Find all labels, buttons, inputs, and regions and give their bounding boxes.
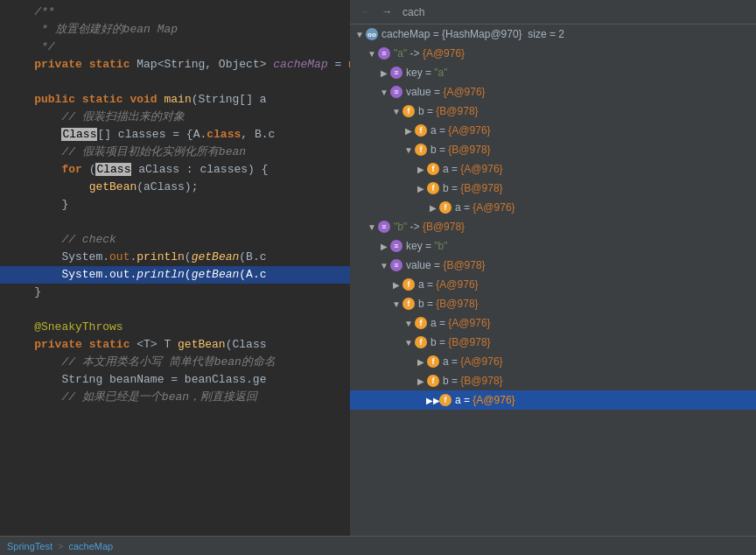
tree-label-a-value: value = {A@976} (406, 86, 486, 98)
code-line-21: // 本文用类名小写 简单代替bean的命名 (0, 354, 350, 371)
tree-arrow-a-b-b[interactable] (402, 144, 415, 156)
code-text: // 假装项目初始化实例化所有bean (7, 144, 246, 161)
main-container: /** * 放置创建好的bean Map */ private static M… (0, 0, 756, 536)
icon-map-b-value: ≡ (390, 259, 402, 271)
tree-label-a-b-b-a: a = {A@976} (443, 163, 503, 175)
tree-item-a-b-b-b[interactable]: f b = {B@978} (350, 179, 756, 198)
code-text: System.out.println(getBean(B.c (7, 249, 267, 266)
code-line-20: private static <T> T getBean(Class (0, 336, 350, 354)
tree-arrow-b-b-b-b[interactable] (415, 375, 427, 387)
code-text: for (Class aClass : classes) { (7, 161, 268, 179)
tree-item-a-b-b-b-a[interactable]: f a = {A@976} (350, 198, 756, 217)
tree-item-b-b-b-a[interactable]: f a = {A@976} (350, 352, 756, 371)
tree-item-a-key[interactable]: ≡ key = "a" (350, 63, 756, 82)
tree-item-b-b-b[interactable]: f b = {B@978} (350, 333, 756, 352)
breadcrumb-cachemap[interactable]: cacheMap (68, 541, 113, 551)
tree-arrow-a-b-b-b[interactable] (415, 182, 427, 194)
tree-label-a-key: key = "a" (406, 67, 448, 79)
tree-item-a-b-b[interactable]: f b = {B@978} (350, 140, 756, 159)
tree-arrow-b-b-b[interactable] (402, 336, 415, 348)
tree-label-a: "a" (394, 47, 407, 60)
tree-item-b-b-a[interactable]: f a = {A@976} (350, 313, 756, 333)
forward-button[interactable]: → (378, 4, 396, 21)
icon-f-selected: f (439, 394, 452, 406)
icon-map-a-key: ≡ (390, 67, 402, 79)
debug-panel-title: cach (402, 6, 424, 18)
code-line-7: // 假装扫描出来的对象 (0, 109, 350, 126)
icon-f-b-b-b-a: f (427, 355, 439, 368)
code-line-4: private static Map<String, Object> cache… (0, 56, 350, 74)
code-text: String beanName = beanClass.ge (7, 371, 266, 389)
icon-oo: oo (366, 28, 378, 40)
code-text: // 假装扫描出来的对象 (7, 109, 185, 126)
tree-arrow-a-b-a[interactable] (402, 124, 415, 137)
tree-item-b-entry[interactable]: ≡ "b" -> {B@978} (350, 217, 756, 236)
icon-map-b-key: ≡ (390, 240, 402, 252)
tree-arrow-a-b-b-a[interactable] (415, 163, 427, 175)
tree-item-b-key[interactable]: ≡ key = "b" (350, 236, 756, 256)
tree-item-b-a[interactable]: f a = {A@976} (350, 275, 756, 294)
tree-label-b-b-b: b = {B@978} (430, 336, 491, 348)
code-line-9: // 假装项目初始化实例化所有bean (0, 144, 350, 161)
tree-item-a-entry[interactable]: ≡ "a" -> {A@976} (350, 44, 756, 63)
breadcrumb-springtest[interactable]: SpringTest (7, 541, 52, 551)
tree-item-a-b-b-a[interactable]: f a = {A@976} (350, 159, 756, 179)
code-line-14: // check (0, 231, 350, 249)
tree-arrow-a-b-b-b-a[interactable] (427, 201, 439, 214)
code-text: @SneakyThrows (7, 319, 123, 336)
tree-label-a-b: b = {B@978} (418, 105, 479, 117)
code-text: /** (7, 4, 55, 21)
code-text: */ (7, 39, 55, 56)
tree-item-root[interactable]: oo cacheMap = {HashMap@970} size = 2 (350, 25, 756, 44)
icon-f-a-b-b-b-a: f (439, 201, 452, 214)
icon-f-a-b-a: f (415, 124, 427, 137)
code-text: System.out.println(getBean(A.c (7, 266, 267, 284)
code-line-1: /** (0, 4, 350, 21)
tree-label-a-b-a: a = {A@976} (430, 124, 491, 137)
tree-arrow-b-key[interactable] (378, 240, 390, 252)
icon-f-b-b-b-b: f (427, 375, 439, 387)
code-line-16: System.out.println(getBean(A.c (0, 266, 350, 284)
code-text: } (7, 196, 68, 214)
tree-item-a-b-a[interactable]: f a = {A@976} (350, 121, 756, 140)
tree-label-b-key: key = "b" (406, 240, 448, 252)
back-button[interactable]: ← (357, 4, 374, 21)
code-text: * 放置创建好的bean Map (7, 21, 178, 39)
breadcrumb-sep: > (58, 541, 63, 551)
icon-f-a-b-b-a: f (427, 163, 439, 175)
tree-label-a-b-b-b-a: a = {A@976} (455, 201, 515, 214)
tree-item-selected[interactable]: ▶ f a = {A@976} (350, 390, 756, 410)
tree-arrow-selected[interactable]: ▶ (427, 394, 439, 406)
tree-item-b-b[interactable]: f b = {B@978} (350, 294, 756, 313)
code-text: private static <T> T getBean(Class (7, 336, 266, 354)
tree-item-b-value[interactable]: ≡ value = {B@978} (350, 256, 756, 275)
tree-arrow-b-b-b-a[interactable] (415, 355, 427, 368)
tree-arrow-root[interactable] (354, 28, 366, 40)
tree-arrow-b[interactable] (366, 221, 378, 233)
code-line-8: Class[] classes = {A.class, B.c (0, 126, 350, 144)
code-line-12: } (0, 196, 350, 214)
code-text: // 本文用类名小写 简单代替bean的命名 (7, 354, 276, 371)
debug-tree[interactable]: oo cacheMap = {HashMap@970} size = 2 ≡ "… (350, 25, 756, 536)
tree-label-b: "b" (394, 221, 407, 233)
tree-arrow-a-b[interactable] (390, 105, 402, 117)
tree-item-b-b-b-b[interactable]: f b = {B@978} (350, 371, 756, 390)
tree-arrow-b-a[interactable] (390, 278, 402, 291)
tree-item-a-b[interactable]: f b = {B@978} (350, 102, 756, 121)
icon-f-a-b-b-b: f (427, 182, 439, 194)
tree-arrow-a-key[interactable] (378, 67, 390, 79)
icon-f-b-a: f (402, 278, 415, 291)
tree-item-a-value[interactable]: ≡ value = {A@976} (350, 82, 756, 102)
code-line-22: String beanName = beanClass.ge (0, 371, 350, 389)
tree-arrow-a[interactable] (366, 47, 378, 60)
code-editor: /** * 放置创建好的bean Map */ private static M… (0, 0, 350, 536)
code-line-11: getBean(aClass); (0, 179, 350, 196)
icon-f-a-b: f (402, 105, 415, 117)
tree-arrow-b-b-a[interactable] (402, 317, 415, 329)
tree-arrow-b-value[interactable] (378, 259, 390, 271)
tree-label-b-b-a: a = {A@976} (430, 317, 491, 329)
debug-toolbar: ← → cach (350, 0, 756, 25)
tree-arrow-a-value[interactable] (378, 86, 390, 98)
tree-label-a-b-b-b: b = {B@978} (443, 182, 503, 194)
tree-arrow-b-b[interactable] (390, 298, 402, 310)
